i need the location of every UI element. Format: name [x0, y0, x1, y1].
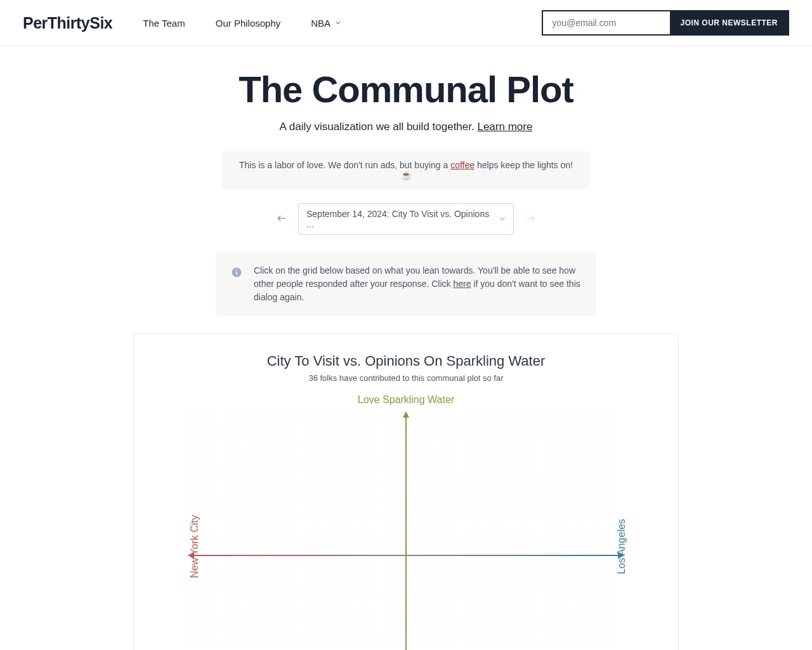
coffee-pre: This is a labor of love. We don't run ad…	[239, 160, 450, 170]
info-banner: Click on the grid below based on what yo…	[216, 253, 596, 315]
prev-day-button[interactable]	[273, 210, 291, 229]
join-newsletter-button[interactable]: JOIN OUR NEWSLETTER	[670, 11, 788, 34]
learn-more-link[interactable]: Learn more	[477, 121, 532, 133]
vertical-axis	[405, 412, 407, 650]
coffee-link[interactable]: coffee	[450, 160, 475, 170]
chart-card: City To Visit vs. Opinions On Sparkling …	[133, 333, 679, 650]
info-text: Click on the grid below based on what yo…	[254, 264, 581, 304]
page-subtitle: A daily visualization we all build toget…	[133, 121, 679, 133]
coffee-banner: This is a labor of love. We don't run ad…	[222, 151, 590, 189]
svg-rect-3	[236, 272, 237, 275]
email-field[interactable]	[543, 11, 670, 34]
arrow-right-icon	[524, 214, 537, 223]
site-header: PerThirtySix The Team Our Philosophy NBA…	[0, 0, 812, 46]
plot-area: Love Sparkling Water New York City Los A…	[159, 394, 653, 650]
nav-philosophy[interactable]: Our Philosophy	[216, 18, 281, 29]
date-dropdown-value: September 14, 2024: City To Visit vs. Op…	[306, 209, 493, 229]
date-selector-row: September 14, 2024: City To Visit vs. Op…	[133, 203, 679, 235]
nav-nba-label: NBA	[311, 18, 331, 29]
nav-nba[interactable]: NBA	[311, 18, 342, 29]
date-dropdown[interactable]: September 14, 2024: City To Visit vs. Op…	[298, 203, 514, 235]
logo[interactable]: PerThirtySix	[23, 14, 112, 32]
axis-top-label: Love Sparkling Water	[159, 394, 653, 406]
arrow-left-icon	[275, 214, 288, 223]
page-title: The Communal Plot	[133, 68, 679, 110]
chart-subtitle: 36 folks have contributed to this commun…	[159, 373, 653, 383]
dismiss-here-link[interactable]: here	[453, 279, 471, 289]
next-day-button	[521, 210, 539, 229]
chevron-down-icon	[498, 215, 507, 223]
main-nav: The Team Our Philosophy NBA	[143, 18, 342, 29]
newsletter-form: JOIN OUR NEWSLETTER	[542, 10, 789, 36]
info-icon	[231, 267, 242, 278]
horizontal-axis	[188, 555, 624, 556]
quadrant-grid[interactable]	[188, 412, 624, 650]
svg-point-4	[236, 269, 237, 270]
chart-title: City To Visit vs. Opinions On Sparkling …	[159, 353, 653, 369]
subtitle-text: A daily visualization we all build toget…	[280, 121, 478, 133]
nav-team[interactable]: The Team	[143, 18, 185, 29]
chevron-down-icon	[334, 19, 342, 27]
